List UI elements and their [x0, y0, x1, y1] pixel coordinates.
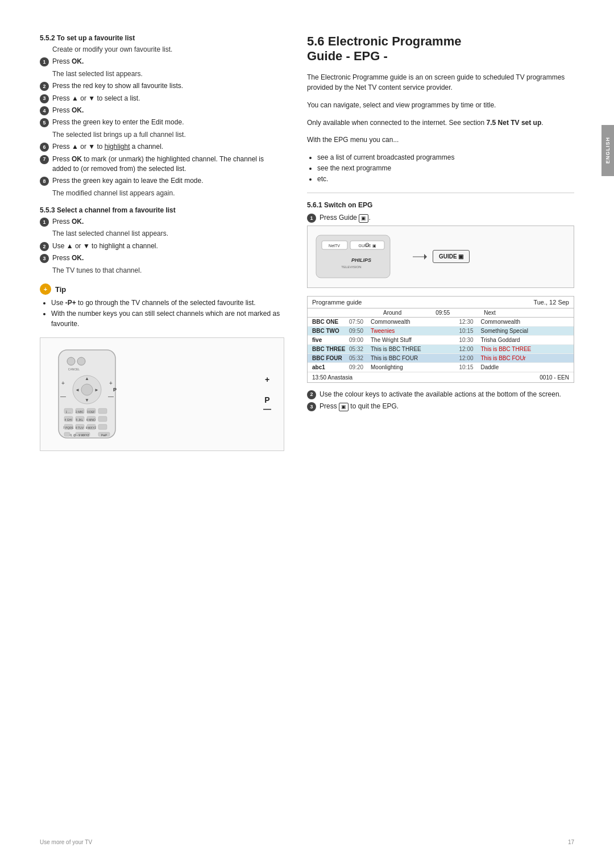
- section-561-item-2: 2 Use the colour keys to activate the av…: [307, 390, 574, 399]
- left-column: 5.5.2 To set up a favourite list Create …: [40, 34, 284, 451]
- prog-p1-abc1: Moonlighting: [371, 364, 459, 370]
- tip-box: + Tip Use -P+ to go through the TV chann…: [40, 283, 284, 329]
- item-8-text: Press the green key again to leave the E…: [52, 176, 284, 186]
- p-label3: —: [263, 404, 271, 414]
- prog-p2-bbcone: Commonwealth: [481, 319, 570, 325]
- prog-t2-bbcfour: 12:00: [459, 355, 481, 361]
- svg-text:4 GHI: 4 GHI: [64, 418, 72, 422]
- svg-point-2: [77, 357, 85, 365]
- footer-bar: Use more of your TV 17: [40, 828, 574, 845]
- connector-arrow: [410, 243, 427, 271]
- prog-p2-abc1: Daddle: [481, 364, 570, 370]
- tip-icon: +: [40, 283, 51, 295]
- item-6-text: Press ▲ or ▼ to highlight a channel.: [52, 142, 284, 152]
- prog-table-footer: 13:50 Anastasia 0010 - EEN: [308, 372, 574, 382]
- prog-p2-bbcfour: This is BBC FOUr: [481, 355, 570, 361]
- section-553-heading: 5.5.3 Select a channel from a favourite …: [40, 206, 284, 214]
- tip-heading: + Tip: [40, 283, 284, 295]
- p-label-area: + P —: [263, 375, 271, 414]
- svg-text:8 TUV: 8 TUV: [76, 426, 84, 429]
- main-content: 5.5.2 To set up a favourite list Create …: [40, 34, 574, 451]
- guide-btn-display: GUIDE ▣: [433, 250, 470, 263]
- prog-col-channel: [312, 310, 349, 316]
- prog-row-bbcfour: BBC FOUR 05:32 This is BBC FOUR 12:00 Th…: [308, 354, 574, 363]
- badge-4: 4: [40, 106, 49, 115]
- right-column: 5.6 Electronic ProgrammeGuide - EPG - Th…: [307, 34, 574, 451]
- prog-p2-five: Trisha Goddard: [481, 337, 570, 343]
- epg-bullet-2: see the next programme: [317, 163, 574, 174]
- prog-table-header: Programme guide Tue., 12 Sep: [308, 297, 574, 308]
- section-552: 5.5.2 To set up a favourite list Create …: [40, 34, 284, 198]
- side-tab: ENGLISH: [601, 125, 614, 176]
- prog-p2-bbctwo: Something Special: [481, 328, 570, 334]
- badge-7: 7: [40, 155, 49, 164]
- s561-item-2-text: Use the colour keys to activate the avai…: [320, 390, 574, 399]
- item-4-text: Press OK.: [52, 106, 284, 115]
- svg-text:▼: ▼: [85, 398, 89, 403]
- svg-text:—: —: [60, 393, 66, 399]
- item-5-text: Press the green key to enter the Edit mo…: [52, 118, 284, 127]
- prog-col-around: Around: [383, 310, 401, 316]
- svg-text:3 DEF: 3 DEF: [87, 410, 95, 414]
- item-1-text: Press OK.: [52, 57, 284, 66]
- epg-para-3: Only available when connected to the int…: [307, 118, 574, 128]
- section-553-item-3: 3 Press OK.: [40, 253, 284, 263]
- svg-text:PHILIPS: PHILIPS: [351, 257, 371, 263]
- s553-badge-3: 3: [40, 254, 49, 263]
- section-552-heading: 5.5.2 To set up a favourite list: [40, 34, 284, 42]
- svg-point-1: [67, 357, 75, 365]
- footer-left-text: Use more of your TV: [40, 839, 92, 845]
- prog-ch-bbctwo: BBC TWO: [312, 328, 349, 334]
- badge-6: 6: [40, 143, 49, 152]
- svg-text:+: +: [109, 380, 113, 386]
- item-8-sub: The modified channel list appears again.: [52, 189, 284, 198]
- section-552-item-7: 7 Press OK to mark (or unmark) the highl…: [40, 155, 284, 174]
- item-2-text: Press the red key to show all favourite …: [52, 81, 284, 91]
- svg-text:—: —: [108, 393, 114, 399]
- svg-text:NetTV: NetTV: [329, 244, 340, 248]
- prog-footer-left: 13:50 Anastasia: [312, 374, 352, 381]
- prog-p1-bbcfour: This is BBC FOUR: [371, 355, 459, 361]
- s553-item-1-text: Press OK.: [52, 217, 284, 227]
- svg-text:2 ABC: 2 ABC: [76, 410, 84, 414]
- prog-row-bbctwo: BBC TWO 09:50 Tweenies 10:15 Something S…: [308, 327, 574, 336]
- prog-row-five: five 09:00 The Wright Stuff 10:30 Trisha…: [308, 336, 574, 345]
- svg-rect-26: [98, 424, 107, 429]
- prog-row-bbcone: BBC ONE 07:50 Commonwealth 12:30 Commonw…: [308, 318, 574, 327]
- prog-ch-abc1: abc1: [312, 364, 349, 370]
- section-552-item-8: 8 Press the green key again to leave the…: [40, 176, 284, 186]
- epg-title-num: 5.6 Electronic ProgrammeGuide - EPG -: [307, 34, 461, 63]
- tip-list: Use -P+ to go through the TV channels of…: [40, 298, 284, 329]
- svg-text:◄: ◄: [75, 387, 80, 393]
- p-label: +: [265, 375, 269, 384]
- svg-text:GUIDE ▣: GUIDE ▣: [358, 244, 376, 248]
- s553-badge-1: 1: [40, 218, 49, 227]
- philips-remote-drawing: NetTV GUIDE ▣ PHILIPS TELEVISION: [313, 232, 404, 281]
- section-552-item-2: 2 Press the red key to show all favourit…: [40, 81, 284, 91]
- prog-ch-five: five: [312, 337, 349, 343]
- svg-text:9 WXYZ: 9 WXYZ: [86, 426, 97, 429]
- svg-text:P: P: [113, 387, 117, 393]
- section-561-item-3: 3 Press ▣ to quit the EPG.: [307, 402, 574, 411]
- svg-point-5: [81, 384, 93, 395]
- programme-guide-table: Programme guide Tue., 12 Sep Around 09:5…: [307, 296, 574, 383]
- item-1-sub: The last selected list appears.: [52, 69, 284, 79]
- s561-item-3-text: Press ▣ to quit the EPG.: [320, 402, 574, 411]
- epg-bullet-3: etc.: [317, 174, 574, 185]
- prog-row-bbcthree: BBC THREE 05:32 This is BBC THREE 12:00 …: [308, 345, 574, 354]
- philips-remote-area: NetTV GUIDE ▣ PHILIPS TELEVISION: [307, 226, 574, 288]
- remote-svg: CANCEL ▲ ▼ ◄ ► + — + — P: [47, 344, 127, 444]
- prog-t1-abc1: 09:20: [349, 364, 371, 370]
- s561-badge-3: 3: [307, 402, 316, 411]
- s553-item-2-text: Use ▲ or ▼ to highlight a channel.: [52, 241, 284, 251]
- remote-image-area: CANCEL ▲ ▼ ◄ ► + — + — P: [40, 337, 284, 451]
- prog-p1-bbcthree: This is BBC THREE: [371, 346, 459, 352]
- prog-ch-bbcone: BBC ONE: [312, 319, 349, 325]
- svg-text:▲: ▲: [85, 376, 89, 381]
- badge-8: 8: [40, 177, 49, 186]
- svg-rect-22: [98, 416, 107, 422]
- epg-title: 5.6 Electronic ProgrammeGuide - EPG -: [307, 34, 574, 64]
- prog-t2-bbctwo: 10:15: [459, 328, 481, 334]
- s561-badge-1: 1: [307, 214, 316, 223]
- epg-with: With the EPG menu you can...: [307, 135, 574, 145]
